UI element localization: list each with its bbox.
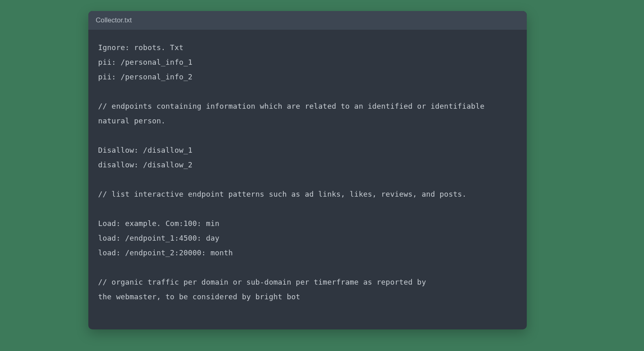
code-line bbox=[98, 172, 517, 187]
code-line: load: /endpoint_1:4500: day bbox=[98, 231, 517, 246]
code-line: // endpoints containing information whic… bbox=[98, 99, 517, 128]
code-line bbox=[98, 84, 517, 99]
code-window: Collector.txt Ignore: robots. Txtpii: /p… bbox=[88, 11, 527, 329]
window-title: Collector.txt bbox=[96, 16, 132, 24]
code-line: the webmaster, to be considered by brigh… bbox=[98, 290, 517, 304]
window-titlebar: Collector.txt bbox=[88, 11, 527, 30]
code-line bbox=[98, 128, 517, 143]
code-line: load: /endpoint_2:20000: month bbox=[98, 246, 517, 260]
code-line: // organic traffic per domain or sub-dom… bbox=[98, 275, 517, 290]
code-line bbox=[98, 202, 517, 216]
code-line: Load: example. Com:100: min bbox=[98, 216, 517, 231]
code-line: Ignore: robots. Txt bbox=[98, 40, 517, 55]
code-line bbox=[98, 260, 517, 275]
code-line: // list interactive endpoint patterns su… bbox=[98, 187, 517, 202]
code-area: Ignore: robots. Txtpii: /personal_info_1… bbox=[88, 30, 527, 315]
code-line: pii: /personal_info_1 bbox=[98, 55, 517, 70]
code-line: pii: /personal_info_2 bbox=[98, 70, 517, 84]
code-line: disallow: /disallow_2 bbox=[98, 158, 517, 172]
code-line: Disallow: /disallow_1 bbox=[98, 143, 517, 158]
